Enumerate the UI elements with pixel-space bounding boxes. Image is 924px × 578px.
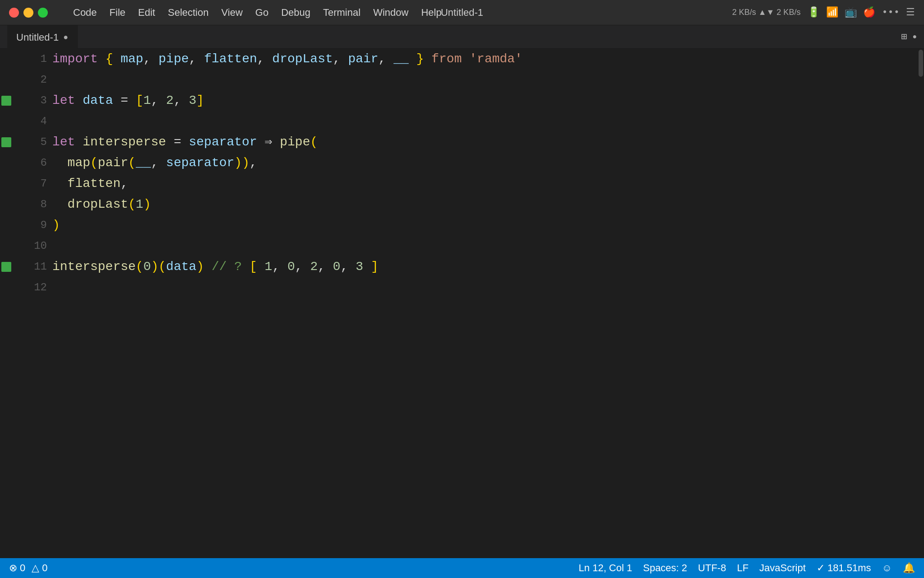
line-num-8: 8 xyxy=(16,194,47,215)
warning-number: 0 xyxy=(42,562,47,574)
menu-bar: Code File Edit Selection View Go Debug T… xyxy=(55,5,447,20)
indicator-11 xyxy=(0,256,13,277)
tab-close-icon[interactable]: ● xyxy=(63,33,68,42)
tab-untitled1[interactable]: Untitled-1 ● xyxy=(7,25,78,49)
titlebar: Code File Edit Selection View Go Debug T… xyxy=(0,0,924,25)
indicator-1 xyxy=(0,49,13,70)
line-numbers: 1 2 3 4 5 6 7 8 9 10 11 12 xyxy=(16,49,52,558)
maximize-button[interactable] xyxy=(38,8,48,18)
tab-label: Untitled-1 xyxy=(16,32,59,43)
indicator-7 xyxy=(0,173,13,194)
indicator-2 xyxy=(0,70,13,90)
code-line-5: let intersperse = separator ⇒ pipe( xyxy=(52,132,924,153)
menu-window[interactable]: Window xyxy=(368,5,414,20)
code-line-11: intersperse(0)(data) // ? [ 1, 0, 2, 0, … xyxy=(52,256,924,277)
code-line-7: flatten, xyxy=(52,173,924,194)
apple-menu[interactable] xyxy=(55,11,66,14)
eol[interactable]: LF xyxy=(737,562,748,574)
warning-icon: △ xyxy=(32,562,39,574)
timing: ✓ 181.51ms xyxy=(817,562,871,574)
menu-selection[interactable]: Selection xyxy=(162,5,214,20)
line-indicators xyxy=(0,49,16,558)
line-num-12: 12 xyxy=(16,277,47,298)
smiley-icon[interactable]: ☺ xyxy=(882,562,892,574)
line-num-7: 7 xyxy=(16,173,47,194)
indicator-9 xyxy=(0,215,13,236)
menu-file[interactable]: File xyxy=(104,5,131,20)
close-button[interactable] xyxy=(9,8,19,18)
menu-view[interactable]: View xyxy=(216,5,248,20)
menu-terminal[interactable]: Terminal xyxy=(318,5,366,20)
code-content[interactable]: import { map, pipe, flatten, dropLast, p… xyxy=(52,49,924,558)
code-line-2 xyxy=(52,70,924,90)
indicator-5 xyxy=(0,132,13,153)
tabbar-right: ⊞ ● xyxy=(901,31,917,43)
tabbar: Untitled-1 ● ⊞ ● xyxy=(0,25,924,49)
line-num-5: 5 xyxy=(16,132,47,153)
statusbar-left: ⊗ 0 △ 0 xyxy=(9,562,48,574)
line-num-11: 11 xyxy=(16,256,47,277)
line-num-4: 4 xyxy=(16,111,47,132)
wifi-icon: 📶 xyxy=(826,6,838,19)
titlebar-icons: 🔋 📶 📺 🍎 ••• ☰ xyxy=(808,6,915,19)
more-icon[interactable]: ● xyxy=(912,33,917,41)
statusbar: ⊗ 0 △ 0 Ln 12, Col 1 Spaces: 2 UTF-8 LF … xyxy=(0,558,924,578)
indicator-4 xyxy=(0,111,13,132)
cursor-position[interactable]: Ln 12, Col 1 xyxy=(579,562,633,574)
menu-debug[interactable]: Debug xyxy=(276,5,316,20)
menu-go[interactable]: Go xyxy=(250,5,274,20)
scrollbar[interactable] xyxy=(918,49,924,558)
indicator-8 xyxy=(0,194,13,215)
language[interactable]: JavaScript xyxy=(759,562,806,574)
line-num-3: 3 xyxy=(16,90,47,111)
indicator-10 xyxy=(0,236,13,256)
code-line-4 xyxy=(52,111,924,132)
statusbar-right: Ln 12, Col 1 Spaces: 2 UTF-8 LF JavaScri… xyxy=(579,562,915,574)
line-num-9: 9 xyxy=(16,215,47,236)
logo-icon: 🍎 xyxy=(863,6,875,19)
error-count[interactable]: ⊗ 0 △ 0 xyxy=(9,562,48,574)
code-line-3: let data = [1, 2, 3] xyxy=(52,90,924,111)
window-title: Untitled-1 xyxy=(441,7,483,19)
menu-code[interactable]: Code xyxy=(68,5,102,20)
code-line-8: dropLast(1) xyxy=(52,194,924,215)
encoding[interactable]: UTF-8 xyxy=(698,562,726,574)
list-icon: ☰ xyxy=(906,6,915,19)
airplay-icon: 📺 xyxy=(845,6,857,19)
menu-edit[interactable]: Edit xyxy=(133,5,161,20)
notification-icon[interactable]: 🔔 xyxy=(903,562,915,574)
line-num-10: 10 xyxy=(16,236,47,256)
traffic-lights xyxy=(9,8,48,18)
indicator-3 xyxy=(0,90,13,111)
code-line-9: ) xyxy=(52,215,924,236)
indicator-12 xyxy=(0,277,13,298)
dots-icon: ••• xyxy=(882,7,900,18)
line-num-2: 2 xyxy=(16,70,47,90)
minimize-button[interactable] xyxy=(23,8,33,18)
code-line-6: map(pair(__, separator)), xyxy=(52,153,924,173)
scrollbar-thumb[interactable] xyxy=(919,50,923,77)
code-line-1: import { map, pipe, flatten, dropLast, p… xyxy=(52,49,924,70)
battery-icon: 🔋 xyxy=(808,6,820,19)
indicator-6 xyxy=(0,153,13,173)
titlebar-right: 2 KB/s ▲▼ 2 KB/s 🔋 📶 📺 🍎 ••• ☰ xyxy=(732,6,915,19)
code-line-10 xyxy=(52,236,924,256)
code-line-12 xyxy=(52,277,924,298)
line-num-6: 6 xyxy=(16,153,47,173)
titlebar-left: Code File Edit Selection View Go Debug T… xyxy=(9,5,447,20)
network-speed: 2 KB/s ▲▼ 2 KB/s xyxy=(732,8,801,17)
error-number: 0 xyxy=(20,562,25,574)
split-editor-icon[interactable]: ⊞ xyxy=(901,31,907,43)
line-num-1: 1 xyxy=(16,49,47,70)
editor: 1 2 3 4 5 6 7 8 9 10 11 12 import { map,… xyxy=(0,49,924,558)
error-icon: ⊗ xyxy=(9,562,17,574)
indentation[interactable]: Spaces: 2 xyxy=(643,562,687,574)
